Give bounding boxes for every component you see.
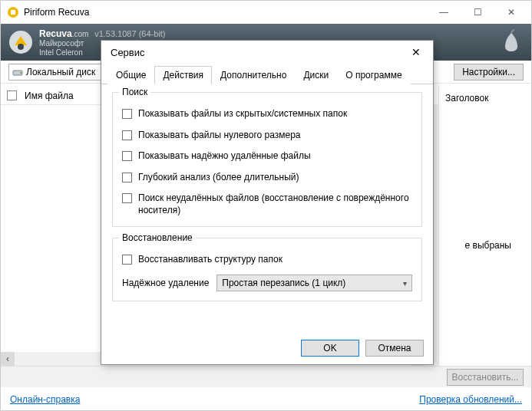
settings-button[interactable]: Настройки... <box>454 64 524 81</box>
pear-icon <box>501 28 522 56</box>
select-all-checkbox[interactable] <box>7 90 17 100</box>
tab-actions[interactable]: Действия <box>154 66 212 84</box>
chevron-down-icon: ▾ <box>403 279 407 288</box>
restore-group: Восстановление Восстанавливать структуру… <box>112 238 422 302</box>
checkbox-show-secure-deleted[interactable]: Показывать надёжно удалённые файлы <box>122 150 412 163</box>
preview-pane: Заголовок <box>439 87 531 366</box>
app-icon <box>7 6 19 18</box>
secure-delete-row: Надёжное удаление Простая перезапись (1 … <box>122 275 412 291</box>
scroll-left-icon[interactable]: ‹ <box>1 352 15 366</box>
checkbox-restore-structure[interactable]: Восстанавливать структуру папок <box>122 254 412 266</box>
checkbox-icon <box>122 109 132 119</box>
secure-delete-label: Надёжное удаление <box>122 278 209 288</box>
minimize-button[interactable]: — <box>427 2 461 23</box>
restore-button[interactable]: Восстановить... <box>447 369 524 386</box>
cancel-button[interactable]: Отмена <box>365 340 424 357</box>
svg-rect-1 <box>11 10 15 15</box>
svg-point-5 <box>20 72 21 74</box>
checkbox-show-hidden[interactable]: Показывать файлы из скрытых/системных па… <box>122 108 412 120</box>
dialog-body: Поиск Показывать файлы из скрытых/систем… <box>101 84 433 320</box>
col-filename[interactable]: Имя файла <box>25 90 74 101</box>
checkbox-label: Поиск неудалённых файлов (восстановление… <box>138 192 412 216</box>
maximize-button[interactable]: ☐ <box>461 2 494 23</box>
product-name: Recuva <box>39 28 72 39</box>
close-button[interactable]: ✕ <box>494 2 528 23</box>
select-value: Простая перезапись (1 цикл) <box>222 278 345 288</box>
status-bar: Онлайн-справка Проверка обновлений... <box>1 389 531 410</box>
checkbox-deep-scan[interactable]: Глубокий анализ (более длительный) <box>122 172 412 184</box>
product-domain: .com <box>72 30 89 38</box>
no-selection-text: е выбраны <box>465 240 511 251</box>
bottom-bar: Восстановить... <box>1 366 531 387</box>
tab-about[interactable]: О программе <box>337 66 410 84</box>
dialog-title: Сервис <box>111 47 404 58</box>
checkbox-show-zero[interactable]: Показывать файлы нулевого размера <box>122 130 412 142</box>
update-link[interactable]: Проверка обновлений... <box>419 394 522 405</box>
checkbox-label: Восстанавливать структуру папок <box>138 254 283 266</box>
checkbox-label: Показывать надёжно удалённые файлы <box>138 150 311 163</box>
checkbox-icon <box>122 173 132 182</box>
dialog-buttons: OK Отмена <box>301 340 424 357</box>
checkbox-undeleted-scan[interactable]: Поиск неудалённых файлов (восстановление… <box>122 192 412 216</box>
dialog-titlebar: Сервис ✕ <box>101 41 433 64</box>
drive-label: Локальный диск <box>26 67 95 77</box>
window-title: Piriform Recuva <box>24 7 427 18</box>
dialog-close-button[interactable]: ✕ <box>404 42 428 62</box>
svg-point-3 <box>18 44 24 50</box>
checkbox-icon <box>122 193 132 203</box>
checkbox-label: Показывать файлы из скрытых/системных па… <box>138 108 347 120</box>
restore-group-legend: Восстановление <box>119 232 196 243</box>
search-group: Поиск Показывать файлы из скрытых/систем… <box>112 92 422 227</box>
titlebar: Piriform Recuva — ☐ ✕ <box>1 1 531 24</box>
preview-header: Заголовок <box>445 93 525 104</box>
checkbox-icon <box>122 151 132 161</box>
options-dialog: Сервис ✕ Общие Действия Дополнительно Ди… <box>101 40 434 365</box>
tab-general[interactable]: Общие <box>107 66 154 84</box>
help-link[interactable]: Онлайн-справка <box>10 394 80 405</box>
checkbox-label: Глубокий анализ (более длительный) <box>138 172 299 184</box>
secure-delete-select[interactable]: Простая перезапись (1 цикл) ▾ <box>216 275 412 291</box>
checkbox-icon <box>122 130 132 140</box>
checkbox-icon <box>122 255 132 265</box>
product-version: v1.53.1087 (64-bit) <box>94 29 165 38</box>
product-icon <box>8 30 33 54</box>
search-group-legend: Поиск <box>119 87 150 97</box>
disk-icon <box>12 67 23 77</box>
tab-advanced[interactable]: Дополнительно <box>212 66 295 84</box>
ok-button[interactable]: OK <box>301 340 359 357</box>
checkbox-label: Показывать файлы нулевого размера <box>138 130 300 142</box>
tab-drives[interactable]: Диски <box>295 66 337 84</box>
dialog-tabs: Общие Действия Дополнительно Диски О про… <box>101 65 433 84</box>
